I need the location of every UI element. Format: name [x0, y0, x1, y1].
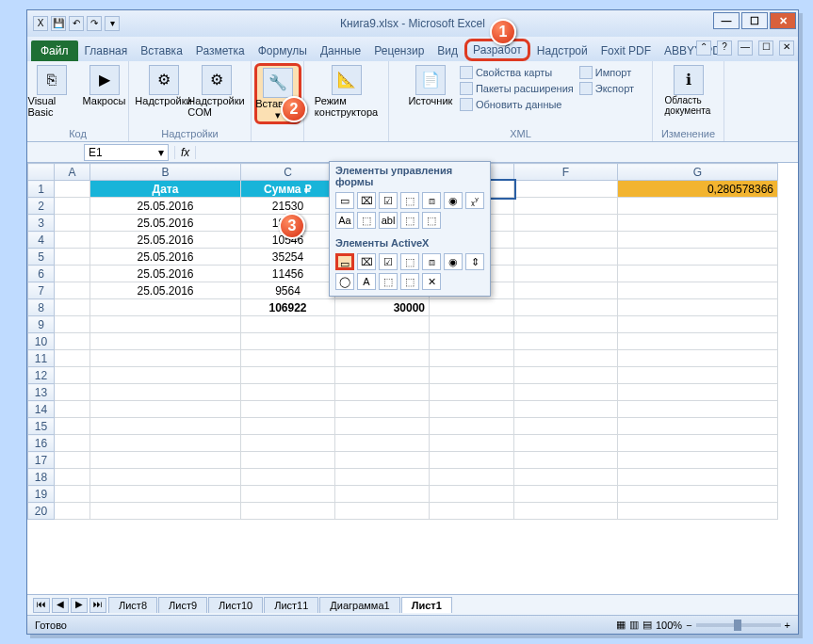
row-header[interactable]: 17	[28, 452, 55, 469]
col-header[interactable]: B	[90, 164, 241, 181]
form-control-item[interactable]: abl	[379, 212, 398, 229]
tab-formulas[interactable]: Формулы	[252, 40, 314, 61]
sum-cell[interactable]: 35254	[241, 249, 335, 266]
view-normal-icon[interactable]: ▦	[616, 619, 626, 631]
col-header[interactable]: C	[241, 164, 335, 181]
minimize-button[interactable]: —	[713, 12, 740, 29]
qat-dropdown-icon[interactable]: ▾	[105, 16, 120, 31]
file-tab[interactable]: Файл	[31, 40, 78, 61]
doc-restore-icon[interactable]: ☐	[758, 40, 773, 56]
form-control-item[interactable]: ⧈	[422, 192, 441, 209]
tab-review[interactable]: Рецензир	[367, 40, 431, 61]
row-header[interactable]: 13	[28, 384, 55, 401]
visual-basic-button[interactable]: ⎘Visual Basic	[28, 63, 75, 118]
form-control-item[interactable]: ⬚	[422, 212, 441, 229]
row-header[interactable]: 19	[28, 486, 55, 503]
form-control-item[interactable]: ▭	[335, 192, 354, 209]
sum-cell[interactable]: 9564	[241, 282, 335, 299]
activex-control-item[interactable]: ⬚	[400, 253, 419, 270]
doc-minimize-icon[interactable]: —	[738, 40, 753, 56]
sheet-tab[interactable]: Лист11	[264, 597, 318, 613]
date-cell[interactable]: 25.05.2016	[90, 232, 241, 249]
activex-control-item[interactable]: ◯	[335, 273, 354, 290]
nav-last-icon[interactable]: ⏭	[89, 598, 106, 613]
sheet-tab[interactable]: Диаграмма1	[319, 597, 399, 613]
sheet-tab[interactable]: Лист10	[208, 597, 263, 613]
tab-insert[interactable]: Вставка	[134, 40, 189, 61]
table-header-date[interactable]: Дата	[90, 181, 241, 198]
col-header[interactable]: A	[55, 164, 90, 181]
col-header[interactable]: F	[514, 164, 618, 181]
name-box[interactable]: E1▾	[84, 144, 169, 161]
row-header[interactable]: 8	[28, 299, 55, 316]
form-control-item[interactable]: ◉	[444, 192, 463, 209]
form-control-item[interactable]: ⬚	[357, 212, 376, 229]
tab-home[interactable]: Главная	[78, 40, 135, 61]
col-header[interactable]	[28, 164, 55, 181]
tab-addins[interactable]: Надстрой	[530, 40, 594, 61]
namebox-dropdown-icon[interactable]: ▾	[158, 146, 164, 159]
value-cell[interactable]: 30000	[335, 299, 430, 316]
date-cell[interactable]: 25.05.2016	[90, 282, 241, 299]
maximize-button[interactable]: ☐	[741, 12, 768, 29]
undo-icon[interactable]: ↶	[69, 16, 84, 31]
activex-control-item[interactable]: ⬚	[400, 273, 419, 290]
sum-cell[interactable]: 21530	[241, 198, 335, 215]
row-header[interactable]: 9	[28, 316, 55, 333]
zoom-level[interactable]: 100%	[656, 620, 682, 631]
row-header[interactable]: 12	[28, 367, 55, 384]
form-control-item[interactable]: ᵪʸ	[465, 192, 484, 209]
save-icon[interactable]: 💾	[51, 16, 66, 31]
form-control-item[interactable]: Aa	[335, 212, 354, 229]
date-cell[interactable]: 25.05.2016	[90, 266, 241, 282]
row-header[interactable]: 14	[28, 401, 55, 418]
fx-icon[interactable]: fx	[181, 146, 189, 159]
row-header[interactable]: 2	[28, 198, 55, 215]
zoom-out-button[interactable]: −	[686, 620, 691, 631]
date-cell[interactable]: 25.05.2016	[90, 249, 241, 266]
form-control-item[interactable]: ⌧	[357, 192, 376, 209]
refresh-data-button[interactable]: Обновить данные	[460, 97, 574, 112]
row-header[interactable]: 11	[28, 350, 55, 367]
row-header[interactable]: 15	[28, 418, 55, 435]
doc-close-icon[interactable]: ✕	[779, 40, 794, 56]
expansion-packs-button[interactable]: Пакеты расширения	[460, 81, 574, 96]
view-pagebreak-icon[interactable]: ▤	[642, 619, 652, 631]
activex-control-item[interactable]: ☑	[379, 253, 398, 270]
date-cell[interactable]	[90, 299, 241, 316]
row-header[interactable]: 5	[28, 249, 55, 266]
row-header[interactable]: 7	[28, 282, 55, 299]
activex-control-item[interactable]: ✕	[422, 273, 441, 290]
com-addins-button[interactable]: ⚙Надстройки COM	[193, 63, 240, 118]
activex-control-item[interactable]: ⌧	[357, 253, 376, 270]
close-button[interactable]: ✕	[770, 12, 796, 29]
date-cell[interactable]: 25.05.2016	[90, 198, 241, 215]
export-button[interactable]: Экспорт	[579, 81, 634, 96]
form-control-item[interactable]: ☑	[379, 192, 398, 209]
map-properties-button[interactable]: Свойства карты	[460, 65, 574, 80]
nav-prev-icon[interactable]: ◀	[52, 598, 69, 613]
tab-foxit[interactable]: Foxit PDF	[594, 40, 658, 61]
tab-data[interactable]: Данные	[314, 40, 367, 61]
result-cell[interactable]: 0,280578366	[618, 181, 778, 198]
sum-cell[interactable]: 106922	[241, 299, 335, 316]
zoom-slider[interactable]	[696, 623, 781, 627]
activex-control-item[interactable]: ⧈	[422, 253, 441, 270]
sheet-tab[interactable]: Лист1	[401, 597, 452, 613]
ribbon-minimize-icon[interactable]: ⌃	[696, 40, 711, 56]
nav-first-icon[interactable]: ⏮	[33, 598, 50, 613]
row-header[interactable]: 6	[28, 266, 55, 282]
design-mode-button[interactable]: 📐Режим конструктора	[323, 63, 370, 118]
tab-layout[interactable]: Разметка	[189, 40, 252, 61]
sheet-tab[interactable]: Лист8	[108, 597, 157, 613]
zoom-in-button[interactable]: +	[785, 620, 790, 631]
nav-next-icon[interactable]: ▶	[71, 598, 88, 613]
row-header[interactable]: 16	[28, 435, 55, 452]
import-button[interactable]: Импорт	[579, 65, 634, 80]
row-header[interactable]: 1	[28, 181, 55, 198]
row-header[interactable]: 4	[28, 232, 55, 249]
row-header[interactable]: 18	[28, 469, 55, 486]
row-header[interactable]: 3	[28, 215, 55, 232]
date-cell[interactable]: 25.05.2016	[90, 215, 241, 232]
source-button[interactable]: 📄Источник	[407, 63, 454, 106]
